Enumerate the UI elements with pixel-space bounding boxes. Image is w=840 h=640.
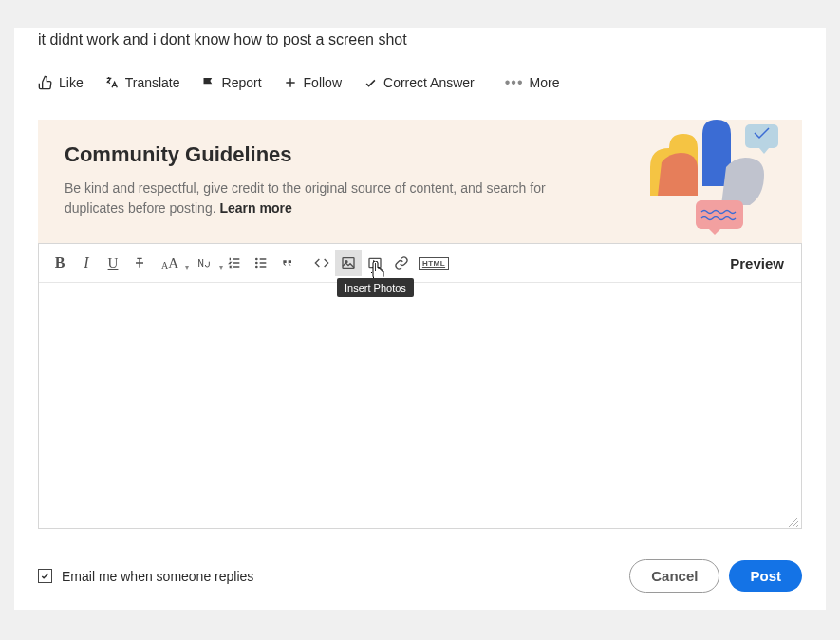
ellipsis-icon: ••• bbox=[505, 74, 524, 91]
check-icon bbox=[363, 75, 378, 90]
follow-label: Follow bbox=[304, 75, 342, 90]
insert-video-button[interactable] bbox=[362, 250, 388, 276]
email-notify-checkbox[interactable]: Email me when someone replies bbox=[38, 569, 253, 584]
report-label: Report bbox=[222, 75, 262, 90]
cancel-button[interactable]: Cancel bbox=[629, 559, 719, 593]
email-notify-label: Email me when someone replies bbox=[62, 569, 253, 584]
editor-textarea[interactable] bbox=[39, 283, 801, 528]
like-button[interactable]: Like bbox=[38, 75, 84, 90]
post-button[interactable]: Post bbox=[729, 560, 802, 592]
translate-icon bbox=[104, 75, 120, 90]
learn-more-link[interactable]: Learn more bbox=[219, 200, 291, 216]
reply-editor: B I U AA ▾ ▾ bbox=[38, 243, 802, 529]
svg-point-3 bbox=[256, 262, 257, 263]
more-label: More bbox=[530, 75, 560, 90]
code-button[interactable] bbox=[308, 250, 335, 276]
translate-button[interactable]: Translate bbox=[104, 75, 180, 90]
post-body-text: it didnt work and i dont know how to pos… bbox=[14, 28, 826, 51]
flag-icon bbox=[201, 75, 216, 90]
correct-answer-label: Correct Answer bbox=[383, 75, 475, 90]
html-button[interactable]: HTML bbox=[415, 250, 453, 276]
correct-answer-button[interactable]: Correct Answer bbox=[363, 75, 475, 90]
checkbox-box bbox=[38, 569, 52, 583]
like-label: Like bbox=[59, 75, 84, 90]
bold-button[interactable]: B bbox=[47, 250, 73, 276]
post-card: it didnt work and i dont know how to pos… bbox=[14, 28, 826, 610]
guidelines-illustration bbox=[622, 120, 783, 243]
svg-rect-1 bbox=[696, 200, 743, 229]
preview-button[interactable]: Preview bbox=[720, 252, 793, 275]
post-action-bar: Like Translate Report Follow Correct Ans… bbox=[14, 51, 826, 108]
insert-photos-tooltip: Insert Photos bbox=[337, 278, 414, 297]
unordered-list-button[interactable] bbox=[248, 250, 274, 276]
report-button[interactable]: Report bbox=[201, 75, 262, 90]
font-family-button[interactable]: ▾ bbox=[187, 250, 221, 276]
guidelines-body-text: Be kind and respectful, give credit to t… bbox=[65, 180, 546, 216]
insert-photo-button[interactable] bbox=[335, 250, 362, 276]
resize-handle-icon[interactable] bbox=[788, 515, 799, 526]
plus-icon bbox=[283, 75, 298, 90]
thumbs-up-icon bbox=[38, 75, 53, 90]
insert-link-button[interactable] bbox=[388, 250, 415, 276]
editor-footer: Email me when someone replies Cancel Pos… bbox=[14, 529, 826, 610]
guidelines-body-wrap: Be kind and respectful, give credit to t… bbox=[65, 179, 596, 218]
translate-label: Translate bbox=[125, 75, 180, 90]
html-badge-label: HTML bbox=[419, 257, 449, 270]
quote-button[interactable] bbox=[274, 250, 301, 276]
ordered-list-button[interactable] bbox=[221, 250, 248, 276]
font-size-button[interactable]: AA ▾ bbox=[153, 250, 187, 276]
svg-point-2 bbox=[256, 258, 257, 259]
more-button[interactable]: ••• More bbox=[505, 74, 560, 91]
italic-button[interactable]: I bbox=[73, 250, 100, 276]
svg-point-4 bbox=[256, 266, 257, 267]
guidelines-title: Community Guidelines bbox=[65, 142, 596, 167]
editor-toolbar: B I U AA ▾ ▾ bbox=[39, 244, 801, 283]
strikethrough-button[interactable] bbox=[126, 250, 153, 276]
community-guidelines-banner: Community Guidelines Be kind and respect… bbox=[38, 120, 802, 243]
underline-button[interactable]: U bbox=[100, 250, 126, 276]
follow-button[interactable]: Follow bbox=[283, 75, 342, 90]
